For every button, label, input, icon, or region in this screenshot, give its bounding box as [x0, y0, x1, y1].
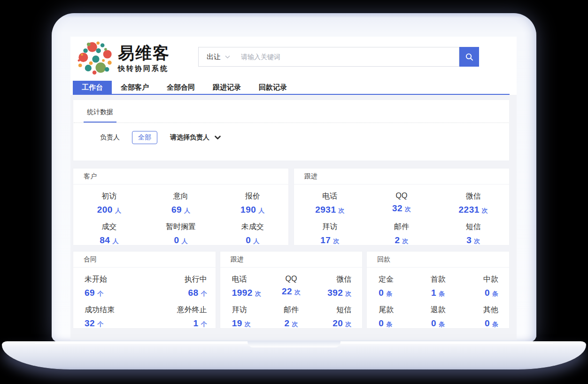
customers-card: 客户 初访 200人 意向 69人 报价: [73, 168, 289, 246]
tab-workbench[interactable]: 工作台: [73, 81, 112, 94]
chevron-down-icon: [225, 55, 230, 59]
tab-followup-records[interactable]: 跟进记录: [204, 81, 250, 94]
stat-in-progress: 执行中 68个: [144, 275, 215, 298]
stat-terminated: 意外终止 1个: [144, 305, 215, 329]
stat-label: 电话: [232, 275, 268, 284]
main-nav: 工作台 全部客户 全部合同 跟进记录 回款记录: [70, 81, 517, 95]
stat-email: 邮件 2次: [366, 222, 438, 246]
stat-deposit: 定金 0条: [367, 275, 414, 298]
stat-label: 拜访: [232, 305, 268, 315]
stat-visit: 拜访 19次: [220, 305, 268, 329]
search-input[interactable]: [236, 47, 459, 66]
tab-all-customers[interactable]: 全部客户: [112, 81, 158, 94]
owner-select-placeholder: 请选择负责人: [170, 133, 209, 142]
stat-email: 邮件 2次: [268, 305, 315, 329]
stat-first-visit: 初访 200人: [73, 192, 145, 215]
stat-value: 69人: [145, 205, 217, 215]
stat-middle-payment: 中款 0条: [462, 275, 509, 298]
brand: 易维客 快转协同系统: [77, 41, 170, 77]
stat-value: 1条: [414, 288, 462, 298]
stat-sms: 短信 3次: [437, 222, 509, 246]
stat-label: 邮件: [366, 222, 438, 232]
search-category-value: 出让: [207, 53, 221, 61]
dotted-divider: [74, 123, 509, 123]
stat-sms: 短信 20次: [315, 305, 362, 329]
brand-tagline: 快转协同系统: [118, 64, 170, 73]
stat-value: 1992次: [232, 288, 268, 298]
stat-label: 尾款: [379, 305, 414, 315]
stat-label: 执行中: [144, 275, 207, 284]
stat-label: 未开始: [85, 275, 144, 284]
app-window: 易维客 快转协同系统 出让: [70, 37, 517, 340]
card-title: 合同: [73, 252, 216, 268]
search-category-select[interactable]: 出让: [199, 53, 236, 61]
tab-all-contracts[interactable]: 全部合同: [158, 81, 204, 94]
stat-phone: 电话 2931次: [294, 192, 366, 215]
stat-value: 22次: [268, 286, 315, 297]
stat-value: 0条: [414, 318, 462, 329]
stat-no-deal: 未成交 0人: [217, 222, 288, 246]
stat-value: 0条: [379, 288, 414, 298]
stat-wechat: 微信 392次: [315, 275, 362, 298]
stat-value: 2931次: [294, 205, 366, 215]
search-icon: [465, 53, 474, 61]
stat-value: 0条: [379, 318, 414, 329]
search-button[interactable]: [459, 47, 479, 67]
stat-value: 2次: [268, 318, 315, 329]
search-box: 出让: [198, 47, 459, 67]
stat-value: 19次: [232, 318, 268, 329]
stat-label: 未成交: [217, 222, 288, 232]
contracts-card: 合同 未开始 69个 执行中 68个 成功结束: [73, 251, 216, 329]
stat-label: 成功结束: [85, 305, 144, 315]
payments-card: 回款 定金 0条 首款 1条 中款: [366, 251, 510, 329]
stat-refund: 退款 0条: [414, 305, 462, 329]
stat-label: QQ: [366, 192, 438, 200]
stat-value: 17次: [294, 235, 366, 246]
tab-payment-records[interactable]: 回款记录: [250, 81, 296, 94]
stat-qq: QQ 22次: [268, 275, 315, 298]
stat-value: 69个: [85, 288, 144, 298]
stat-value: 2次: [366, 235, 438, 246]
stat-on-hold: 暂时搁置 0人: [145, 222, 217, 246]
stats-filter-panel: 统计数据 负责人 全部 请选择负责人: [73, 100, 510, 161]
stat-label: 初访: [73, 192, 145, 201]
stat-intention: 意向 69人: [145, 192, 217, 215]
card-title: 回款: [367, 252, 509, 268]
stat-phone: 电话 1992次: [220, 275, 268, 298]
followup-card-bottom: 跟进 电话 1992次 QQ 22次 微信: [220, 251, 363, 329]
stat-value: 32次: [366, 203, 438, 214]
stat-finished: 成功结束 32个: [73, 305, 144, 329]
stat-visit: 拜访 17次: [294, 222, 366, 246]
scene: 易维客 快转协同系统 出让: [0, 0, 588, 384]
stat-label: 中款: [462, 275, 498, 284]
owner-filter-label: 负责人: [100, 133, 120, 142]
stat-label: QQ: [268, 275, 315, 283]
stat-value: 200人: [73, 205, 145, 215]
tab-statistics[interactable]: 统计数据: [84, 108, 116, 123]
stat-value: 20次: [315, 318, 351, 329]
stat-label: 邮件: [268, 305, 315, 315]
stat-label: 报价: [217, 192, 288, 201]
search-bar: 出让: [198, 47, 479, 67]
stat-label: 拜访: [294, 222, 366, 232]
followup-card-top: 跟进 电话 2931次 QQ 32次 微信: [294, 168, 510, 246]
stat-value: 1个: [144, 318, 207, 329]
card-title: 跟进: [294, 169, 509, 184]
stat-value: 0人: [145, 235, 217, 246]
stat-label: 微信: [437, 192, 509, 201]
chevron-down-icon: [215, 136, 221, 139]
card-title: 客户: [73, 169, 288, 184]
stat-label: 电话: [294, 192, 366, 201]
stat-value: 190人: [217, 205, 288, 215]
stat-label: 首款: [414, 275, 462, 284]
owner-all-button[interactable]: 全部: [132, 131, 157, 144]
stat-value: 392次: [315, 288, 351, 298]
stat-value: 3次: [437, 235, 509, 246]
laptop-base: [2, 341, 586, 369]
stat-label: 成交: [73, 222, 145, 232]
stat-label: 微信: [315, 275, 351, 284]
card-title: 跟进: [220, 252, 363, 268]
owner-select[interactable]: 请选择负责人: [170, 133, 221, 142]
laptop-screen: 易维客 快转协同系统 出让: [52, 13, 536, 342]
stat-label: 意向: [145, 192, 217, 201]
